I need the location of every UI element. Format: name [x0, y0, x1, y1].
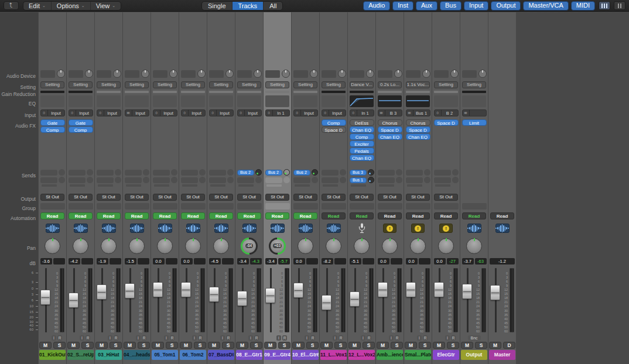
empty-send-slot[interactable] [97, 177, 114, 183]
audio-device-knob-icon[interactable] [310, 70, 318, 78]
empty-send-slot[interactable] [69, 177, 86, 183]
audio-device-knob-icon[interactable] [422, 70, 430, 78]
record-enable-button[interactable]: R [86, 335, 90, 341]
setting-button[interactable]: Setting [153, 81, 177, 88]
send-bus-button[interactable]: Bus 1 [350, 177, 367, 183]
audio-device-slot[interactable] [69, 70, 83, 78]
automation-mode-button[interactable]: Read [322, 212, 346, 219]
output-button[interactable]: St Out [40, 194, 64, 201]
eq-display[interactable] [69, 95, 93, 107]
audio-device-knob-icon[interactable] [57, 70, 65, 78]
audio-device-slot[interactable] [434, 70, 449, 78]
automation-mode-button[interactable]: Read [237, 212, 261, 219]
input-button[interactable]: ○Input [181, 109, 206, 116]
audio-device-slot[interactable] [153, 70, 167, 78]
output-button[interactable]: St Out [209, 194, 233, 201]
send-level-knob[interactable] [368, 177, 374, 183]
fx-plugin-button[interactable]: Chorus [406, 119, 430, 126]
fader-cap[interactable] [462, 284, 472, 299]
record-enable-button[interactable]: R [395, 335, 399, 341]
send-slot[interactable] [434, 177, 459, 183]
audio-device-knob-icon[interactable] [338, 70, 346, 78]
empty-send-slot[interactable] [209, 177, 226, 183]
group-slot[interactable] [40, 203, 65, 210]
peak-value[interactable] [419, 258, 430, 265]
output-button[interactable]: St Out [97, 194, 121, 201]
group-slot[interactable] [378, 203, 402, 210]
mute-button[interactable]: M [236, 342, 248, 349]
empty-send-slot[interactable] [181, 170, 198, 176]
solo-button[interactable]: S [447, 342, 459, 349]
audio-device-slot[interactable] [40, 70, 55, 78]
input-monitor-button[interactable]: I [333, 335, 337, 341]
eq-display[interactable] [265, 95, 289, 107]
fx-plugin-button[interactable]: Chan EQ [350, 154, 374, 161]
group-slot[interactable] [293, 203, 318, 210]
send-slot[interactable]: Bus 1 [350, 177, 374, 183]
send-slot[interactable] [125, 169, 149, 176]
audio-device-slot[interactable] [181, 70, 196, 78]
audio-device-knob-icon[interactable] [394, 70, 402, 78]
input-monitor-button[interactable]: I [248, 335, 253, 341]
eq-display[interactable] [434, 95, 458, 107]
mute-button[interactable]: M [39, 342, 52, 349]
solo-button[interactable]: S [138, 342, 150, 349]
output-button[interactable]: St Out [378, 194, 402, 201]
eq-display[interactable] [153, 95, 177, 107]
peak-value[interactable]: -5.7 [278, 258, 290, 265]
audio-device-knob-icon[interactable] [282, 70, 290, 78]
input-button[interactable]: ∞Bus 1 [406, 109, 430, 116]
automation-mode-button[interactable]: Read [490, 212, 514, 219]
automation-mode-button[interactable]: Read [350, 212, 374, 219]
send-level-knob[interactable] [283, 169, 290, 176]
automation-mode-button[interactable]: Read [406, 212, 430, 219]
solo-button[interactable]: S [194, 342, 206, 349]
track-name[interactable]: 01_KickOut [39, 350, 66, 360]
empty-send-slot[interactable] [40, 177, 57, 183]
fader-cap[interactable] [40, 290, 50, 305]
group-slot[interactable] [153, 203, 177, 210]
fx-plugin-button[interactable]: Chan EQ [350, 126, 374, 133]
gain-value[interactable]: -3.4 [265, 258, 277, 265]
automation-mode-button[interactable]: Read [97, 212, 121, 219]
setting-button[interactable]: Setting [322, 81, 346, 88]
setting-button[interactable]: Setting [40, 81, 64, 88]
fx-plugin-button[interactable]: Limit [462, 119, 487, 126]
audio-device-knob-icon[interactable] [366, 70, 374, 78]
group-slot[interactable] [406, 203, 430, 210]
setting-button[interactable]: Dance V... [350, 81, 374, 88]
empty-send-slot[interactable] [434, 170, 451, 176]
peak-value[interactable] [110, 258, 121, 265]
output-button[interactable]: St Out [69, 194, 93, 201]
empty-send-slot[interactable] [181, 177, 198, 183]
input-button[interactable]: ○Input [209, 109, 234, 116]
empty-send-slot[interactable] [293, 177, 310, 183]
record-enable-button[interactable]: R [142, 335, 146, 341]
automation-mode-button[interactable]: Read [69, 212, 93, 219]
track-name[interactable]: ElecGtr [433, 350, 459, 360]
automation-mode-button[interactable]: Read [153, 212, 177, 219]
mute-button[interactable]: M [152, 342, 164, 349]
solo-button[interactable]: S [391, 342, 403, 349]
audio-device-slot[interactable] [293, 70, 308, 78]
solo-button[interactable]: S [475, 342, 487, 349]
automation-mode-button[interactable]: Read [434, 212, 458, 219]
output-button[interactable]: St Out [181, 194, 205, 201]
peak-value[interactable] [53, 258, 65, 265]
fx-plugin-button[interactable]: Chan EQ [406, 133, 430, 140]
mute-button[interactable]: M [320, 342, 333, 349]
group-slot[interactable] [97, 203, 121, 210]
gain-value[interactable]: 0.0 [378, 258, 389, 265]
automation-mode-button[interactable]: Read [181, 212, 205, 219]
input-monitor-button[interactable]: I [389, 335, 394, 341]
eq-display[interactable] [237, 95, 261, 107]
automation-mode-button[interactable]: Read [40, 212, 64, 219]
track-name[interactable]: 05_Tom1 [152, 350, 178, 360]
solo-button[interactable]: S [222, 342, 234, 349]
solo-button[interactable]: S [278, 342, 290, 349]
track-name[interactable]: Master [489, 350, 515, 360]
gain-value[interactable]: -8.2 [322, 258, 333, 265]
group-slot[interactable] [462, 203, 487, 210]
input-button[interactable]: ○Input [69, 109, 93, 116]
fader-cap[interactable] [153, 282, 163, 297]
